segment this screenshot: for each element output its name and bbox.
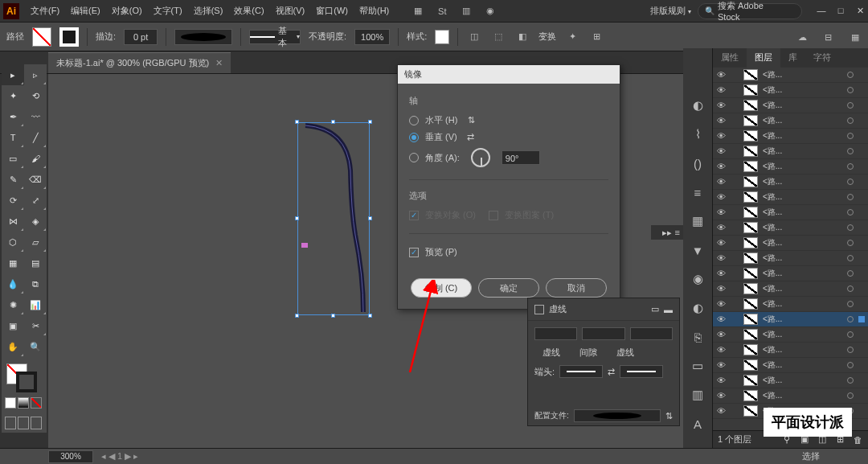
target-icon[interactable]: [847, 331, 854, 338]
layer-name[interactable]: <路...: [763, 344, 842, 355]
layer-name[interactable]: <路...: [763, 84, 842, 96]
target-icon[interactable]: [847, 255, 854, 261]
layer-name[interactable]: <路...: [763, 359, 842, 371]
target-icon[interactable]: [847, 347, 854, 353]
visibility-icon[interactable]: 👁: [716, 360, 726, 370]
artboard-nav[interactable]: ◂ ◀ 1 ▶ ▸: [101, 451, 138, 462]
layer-row[interactable]: 👁<路...: [713, 281, 868, 297]
visibility-icon[interactable]: 👁: [716, 70, 726, 80]
visibility-icon[interactable]: 👁: [716, 238, 726, 248]
brush-definition[interactable]: [174, 29, 232, 45]
visibility-icon[interactable]: 👁: [716, 253, 726, 263]
menu-file[interactable]: 文件(F): [26, 2, 64, 20]
menu-object[interactable]: 对象(O): [107, 2, 147, 20]
stroke-weight[interactable]: 0 pt: [124, 29, 158, 45]
paintbrush-tool[interactable]: 🖌: [24, 148, 47, 169]
grid-quick-icon[interactable]: ▦: [847, 29, 863, 45]
layer-row[interactable]: 👁<路...: [713, 343, 868, 358]
visibility-icon[interactable]: 👁: [716, 376, 726, 385]
target-icon[interactable]: [847, 133, 854, 139]
close-window-button[interactable]: ✕: [855, 6, 865, 16]
prefs-quick-icon[interactable]: ⊟: [821, 29, 837, 45]
gradient-tool[interactable]: ▤: [24, 253, 47, 273]
layer-name[interactable]: <路...: [763, 314, 842, 325]
lasso-tool[interactable]: ⟲: [24, 85, 47, 106]
symbol-sprayer-tool[interactable]: ✺: [2, 294, 24, 315]
visibility-icon[interactable]: 👁: [716, 146, 726, 156]
scale-tool[interactable]: ⤢: [24, 190, 47, 211]
stroke-align2-icon[interactable]: ▬: [664, 305, 673, 314]
fill-stroke-swatch[interactable]: [2, 360, 47, 396]
brushes-panel-icon[interactable]: ⌇: [689, 125, 706, 143]
layer-name[interactable]: <路...: [763, 329, 842, 340]
angle-dial[interactable]: [471, 148, 490, 167]
layer-name[interactable]: <路...: [763, 130, 842, 142]
target-icon[interactable]: [847, 377, 854, 384]
maximize-button[interactable]: □: [836, 6, 845, 16]
zoom-level[interactable]: 300%: [48, 450, 93, 463]
layer-name[interactable]: <路...: [763, 283, 842, 294]
layer-row[interactable]: 👁<路...: [713, 358, 868, 373]
visibility-icon[interactable]: 👁: [716, 116, 726, 125]
blend-tool[interactable]: ⧉: [24, 273, 47, 294]
free-transform-tool[interactable]: ◈: [24, 211, 47, 232]
shaper-tool[interactable]: ✎: [2, 169, 24, 190]
layer-name[interactable]: <路...: [763, 268, 842, 279]
layer-name[interactable]: <路...: [763, 390, 842, 401]
target-icon[interactable]: [847, 163, 854, 170]
target-icon[interactable]: [847, 285, 854, 292]
links-panel-icon[interactable]: ⎘: [689, 328, 706, 346]
eraser-tool[interactable]: ⌫: [24, 169, 47, 190]
layer-row[interactable]: 👁<路...: [713, 144, 868, 159]
dashed-checkbox[interactable]: [534, 305, 544, 314]
layer-row[interactable]: 👁<路...: [713, 312, 868, 327]
target-icon[interactable]: [847, 316, 854, 322]
target-icon[interactable]: [847, 362, 854, 368]
type-tool[interactable]: T: [2, 127, 24, 148]
menu-select[interactable]: 选择(S): [189, 2, 228, 20]
stroke-profile[interactable]: 基本▾: [249, 30, 301, 44]
visibility-icon[interactable]: 👁: [716, 269, 726, 278]
eyedropper-tool[interactable]: 💧: [2, 273, 24, 294]
arrange-icon[interactable]: ▥: [458, 3, 474, 19]
column-graph-tool[interactable]: 📊: [24, 294, 47, 315]
visibility-icon[interactable]: 👁: [716, 162, 726, 171]
pen-tool[interactable]: ✒: [2, 106, 24, 127]
layer-row[interactable]: 👁<路...: [713, 68, 868, 83]
curvature-tool[interactable]: 〰: [24, 106, 47, 127]
layer-row[interactable]: 👁<路...: [713, 129, 868, 144]
layer-name[interactable]: <路...: [763, 115, 842, 126]
target-icon[interactable]: [847, 392, 854, 399]
visibility-icon[interactable]: 👁: [716, 330, 726, 339]
pathfinder-icon[interactable]: ◧: [514, 29, 530, 45]
gradient-panel-icon[interactable]: ▼: [689, 241, 706, 259]
rotate-tool[interactable]: ⟳: [2, 190, 24, 211]
stroke-swatch[interactable]: [59, 27, 79, 47]
misc-icon[interactable]: ⊞: [588, 29, 604, 45]
search-input[interactable]: 🔍 搜索 Adobe Stock: [698, 3, 802, 19]
ok-button[interactable]: 确定: [478, 278, 539, 298]
dash1[interactable]: [534, 327, 577, 340]
document-tab[interactable]: 未标题-1.ai* @ 300% (RGB/GPU 预览) ✕: [48, 52, 231, 73]
layer-row[interactable]: 👁<路...: [713, 205, 868, 220]
artboards-panel-icon[interactable]: ▥: [689, 386, 706, 404]
appearance-panel-icon[interactable]: ◉: [689, 270, 706, 288]
visibility-icon[interactable]: 👁: [716, 131, 726, 141]
layer-name[interactable]: <路...: [763, 298, 842, 310]
gap1[interactable]: [582, 327, 624, 340]
layer-name[interactable]: <路...: [763, 69, 842, 80]
target-icon[interactable]: [847, 148, 854, 154]
copy-button[interactable]: 复制 (C): [411, 278, 472, 298]
visibility-icon[interactable]: 👁: [716, 223, 726, 232]
menu-help[interactable]: 帮助(H): [354, 2, 394, 20]
menu-view[interactable]: 视图(V): [271, 2, 310, 20]
layer-name[interactable]: <路...: [763, 375, 842, 386]
isolate-icon[interactable]: ✦: [564, 29, 580, 45]
rectangle-tool[interactable]: ▭: [2, 148, 24, 169]
gradient-mode[interactable]: [18, 397, 29, 409]
profile-dropdown[interactable]: [574, 409, 661, 422]
arrow-start[interactable]: [559, 365, 603, 378]
layer-row[interactable]: 👁<路...: [713, 159, 868, 175]
target-icon[interactable]: [847, 270, 854, 277]
layer-name[interactable]: <路...: [763, 207, 842, 218]
